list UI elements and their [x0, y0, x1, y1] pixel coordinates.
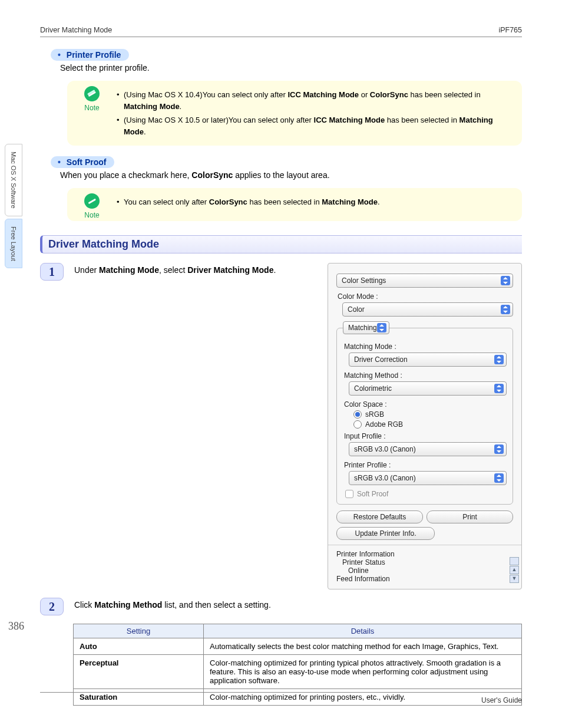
bullet-icon: • [58, 50, 61, 60]
step-text: Click Matching Method list, and then sel… [74, 598, 522, 610]
printer-profile-title: Printer Profile [67, 50, 121, 60]
page-header: Driver Matching Mode iPF765 [40, 26, 522, 37]
input-profile-label: Input Profile : [344, 432, 507, 440]
page-footer: User's Guide [40, 692, 522, 704]
step-number: 1 [40, 263, 64, 281]
matching-method-select[interactable]: Colorimetric [349, 381, 507, 396]
color-mode-select[interactable]: Color [342, 302, 513, 317]
chevron-updown-icon [501, 305, 510, 314]
printer-profile-note: Note (Using Mac OS X 10.4)You can select… [67, 81, 522, 146]
color-space-label: Color Space : [344, 400, 507, 409]
step-text: Under Matching Mode, select Driver Match… [74, 263, 317, 275]
color-mode-label: Color Mode : [338, 292, 513, 301]
note-item: (Using Mac OS X 10.4)You can select only… [117, 89, 511, 112]
page-number: 386 [8, 620, 24, 633]
header-right: iPF765 [498, 26, 522, 34]
printer-information-label: Printer Information [336, 550, 513, 558]
restore-defaults-button[interactable]: Restore Defaults [336, 510, 423, 523]
scrollbar[interactable]: ▲▼ [510, 556, 518, 583]
print-button[interactable]: Print [427, 510, 513, 523]
chevron-updown-icon [494, 355, 504, 364]
note-icon: Note [78, 85, 106, 112]
color-settings-panel: Color Settings Color Mode : Color Matchi… [328, 263, 522, 589]
printer-profile-label: Printer Profile : [344, 461, 507, 469]
printer-profile-heading: • Printer Profile [51, 49, 129, 61]
update-printer-info-button[interactable]: Update Printer Info. [336, 527, 435, 540]
matching-method-label: Matching Method : [344, 371, 507, 380]
soft-proof-checkbox[interactable]: Soft Proof [345, 490, 507, 498]
driver-matching-mode-heading: Driver Matching Mode [40, 235, 522, 253]
matching-mode-select[interactable]: Driver Correction [349, 353, 507, 367]
chevron-updown-icon [494, 473, 504, 483]
checkbox-icon [345, 490, 353, 498]
matching-mode-label: Matching Mode : [344, 342, 507, 351]
radio-icon [353, 420, 362, 429]
table-header-details: Details [204, 624, 522, 638]
note-item: You can select only after ColorSync has … [117, 196, 511, 208]
table-row: PerceptualColor-matching optimized for p… [74, 655, 522, 689]
panel-title-select[interactable]: Color Settings [336, 274, 513, 288]
note-icon: Note [78, 193, 106, 219]
soft-proof-heading: • Soft Proof [51, 156, 114, 168]
feed-information-label: Feed Information [336, 575, 513, 583]
step-number: 2 [40, 598, 64, 615]
step-1: 1 Under Matching Mode, select Driver Mat… [40, 263, 522, 589]
table-row: AutoAutomatically selects the best color… [74, 638, 522, 655]
side-tab-sub[interactable]: Free Layout [5, 219, 22, 269]
soft-proof-note: Note You can select only after ColorSync… [67, 188, 522, 221]
header-left: Driver Matching Mode [40, 26, 112, 34]
note-item: (Using Mac OS X 10.5 or later)You can se… [117, 114, 511, 137]
printer-profile-select[interactable]: sRGB v3.0 (Canon) [349, 471, 507, 485]
printer-status-value: Online [336, 566, 513, 575]
chevron-updown-icon [494, 444, 504, 454]
chevron-updown-icon [501, 276, 510, 285]
soft-proof-desc: When you place a checkmark here, ColorSy… [60, 170, 522, 180]
chevron-updown-icon [494, 384, 504, 393]
side-tab-main[interactable]: Mac OS X Software [5, 144, 22, 216]
chevron-updown-icon [377, 323, 386, 332]
radio-adobe-rgb[interactable]: Adobe RGB [353, 420, 507, 429]
input-profile-select[interactable]: sRGB v3.0 (Canon) [349, 442, 507, 456]
printer-status-label: Printer Status [336, 558, 513, 566]
soft-proof-title: Soft Proof [67, 157, 107, 167]
table-header-setting: Setting [74, 624, 204, 638]
step-2: 2 Click Matching Method list, and then s… [40, 598, 522, 615]
matching-fieldset: Matching Matching Mode : Driver Correcti… [336, 321, 513, 505]
radio-srgb[interactable]: sRGB [353, 410, 507, 419]
matching-legend-select[interactable]: Matching [343, 321, 389, 334]
printer-profile-desc: Select the printer profile. [60, 63, 522, 73]
radio-icon [353, 410, 362, 419]
bullet-icon: • [58, 157, 61, 167]
